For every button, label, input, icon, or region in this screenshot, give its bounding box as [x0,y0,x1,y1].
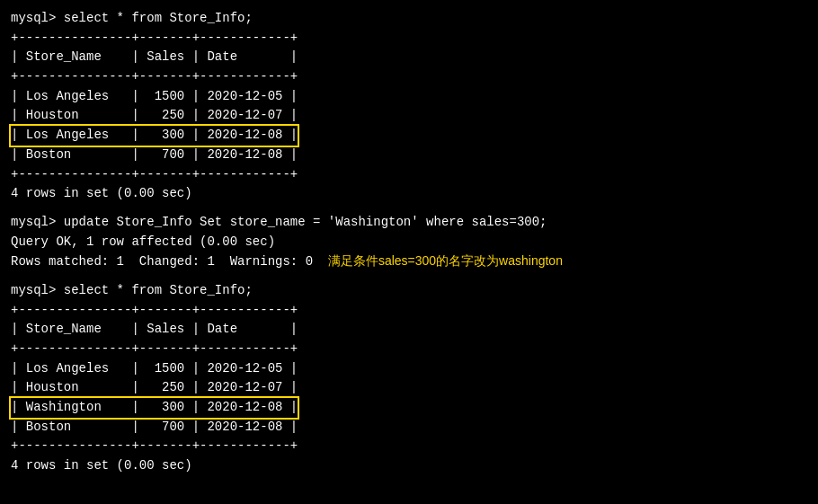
block2-ok: Query OK, 1 row affected (0.00 sec) [11,233,807,252]
block3-prompt: mysql> select * from Store_Info; [11,281,807,301]
terminal: mysql> select * from Store_Info; +------… [11,9,807,495]
block3-row2: | Houston | 250 | 2020-12-07 | [11,378,807,398]
block2-prompt: mysql> update Store_Info Set store_name … [11,213,807,233]
spacer2 [11,272,807,281]
block1-result: 4 rows in set (0.00 sec) [11,184,807,204]
block3-sep2: +---------------+-------+------------+ [11,340,807,359]
block1-row4: | Boston | 700 | 2020-12-08 | [11,146,807,165]
block1-row3-boxed: | Los Angeles | 300 | 2020-12-08 | [11,126,298,146]
block1-header: | Store_Name | Sales | Date | [11,48,807,67]
block3-row1: | Los Angeles | 1500 | 2020-12-05 | [11,359,807,379]
block2-rows: Rows matched: 1 Changed: 1 Warnings: 0 [11,254,313,269]
block1-sep1: +---------------+-------+------------+ [11,29,807,49]
block1-row1: | Los Angeles | 1500 | 2020-12-05 | [11,87,807,107]
block3-row3-boxed: | Washington | 300 | 2020-12-08 | [11,398,298,418]
block3-sep3: +---------------+-------+------------+ [11,437,807,456]
block3-header: | Store_Name | Sales | Date | [11,320,807,340]
block1-row3: | Los Angeles | 300 | 2020-12-08 | [11,126,807,146]
spacer1 [11,204,807,213]
block1-sep3: +---------------+-------+------------+ [11,165,807,185]
block2-annotation: 满足条件sales=300的名字改为washington [328,253,563,268]
block1-row2: | Houston | 250 | 2020-12-07 | [11,106,807,126]
block3-sep1: +---------------+-------+------------+ [11,301,807,321]
block3-row4: | Boston | 700 | 2020-12-08 | [11,418,807,438]
block1-sep2: +---------------+-------+------------+ [11,67,807,87]
block1-prompt: mysql> select * from Store_Info; [11,9,807,29]
block3-result: 4 rows in set (0.00 sec) [11,456,807,476]
block3-row3: | Washington | 300 | 2020-12-08 | [11,398,807,418]
block2-rows-annotation: Rows matched: 1 Changed: 1 Warnings: 0 满… [11,252,807,272]
